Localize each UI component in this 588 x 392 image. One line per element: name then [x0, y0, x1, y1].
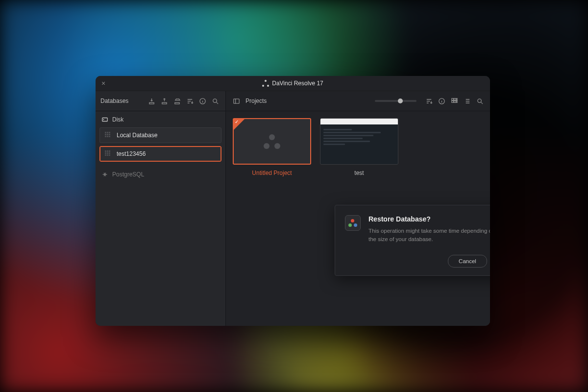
network-icon — [101, 171, 108, 178]
project-thumbnail — [233, 118, 311, 165]
disk-label: Disk — [112, 116, 123, 123]
project-card-untitled[interactable]: Untitled Project — [233, 118, 311, 176]
db-backup-icon[interactable] — [159, 96, 170, 106]
db-connect-icon[interactable] — [146, 96, 157, 106]
app-logo-icon — [262, 80, 269, 87]
thumbnail-zoom-slider[interactable] — [375, 100, 416, 102]
svg-rect-10 — [454, 100, 456, 102]
list-view-icon[interactable] — [462, 96, 472, 106]
dialog-message: This operation might take some time depe… — [368, 227, 490, 244]
project-name-label: test — [320, 170, 398, 176]
window-title: DaVinci Resolve 17 — [262, 80, 323, 87]
project-card-test[interactable]: test — [320, 118, 398, 176]
sort-icon[interactable] — [423, 96, 434, 106]
close-window-button[interactable]: × — [101, 79, 105, 87]
svg-rect-6 — [451, 98, 453, 100]
svg-rect-8 — [456, 98, 457, 100]
window-titlebar: × DaVinci Resolve 17 — [96, 76, 490, 91]
disk-icon — [101, 116, 108, 123]
disk-section-header: Disk — [96, 111, 225, 126]
svg-rect-7 — [454, 98, 456, 100]
projects-toolbar: Projects — [226, 91, 490, 111]
svg-point-12 — [477, 98, 481, 102]
db-restore-icon[interactable] — [172, 96, 182, 106]
placeholder-logo-icon — [264, 134, 280, 149]
projects-panel: Projects Untitled Project — [226, 91, 490, 326]
projects-header-label: Projects — [245, 98, 267, 104]
svg-point-1 — [213, 98, 217, 102]
drag-handle-icon — [105, 132, 112, 139]
app-icon — [345, 215, 361, 231]
checkmark-badge-icon — [234, 119, 245, 130]
info-icon[interactable] — [197, 96, 208, 106]
database-item-label: Local Database — [117, 132, 157, 139]
databases-sidebar: Databases Disk Local Database test123456 — [96, 91, 226, 326]
dialog-title: Restore Database? — [368, 215, 490, 223]
info-icon[interactable] — [436, 96, 447, 106]
search-icon[interactable] — [210, 96, 220, 106]
projects-grid: Untitled Project test — [226, 111, 490, 183]
postgresql-label: PostgreSQL — [112, 171, 144, 178]
svg-point-3 — [103, 120, 104, 120]
svg-rect-4 — [233, 98, 239, 103]
grid-view-icon[interactable] — [449, 96, 460, 106]
cancel-button[interactable]: Cancel — [448, 255, 487, 268]
project-manager-window: × DaVinci Resolve 17 Databases Disk — [96, 76, 490, 326]
database-item-test123456[interactable]: test123456 — [99, 146, 221, 162]
databases-header-label: Databases — [100, 98, 144, 104]
toggle-sidebar-icon[interactable] — [231, 96, 242, 106]
svg-rect-9 — [451, 100, 453, 102]
databases-toolbar: Databases — [96, 91, 225, 111]
database-item-label: test123456 — [117, 150, 146, 157]
database-item-local[interactable]: Local Database — [99, 127, 221, 143]
project-thumbnail — [320, 118, 398, 165]
sort-icon[interactable] — [184, 96, 195, 106]
drag-handle-icon — [105, 150, 112, 157]
svg-rect-11 — [456, 100, 457, 102]
postgresql-section-header[interactable]: PostgreSQL — [96, 163, 225, 181]
restore-database-dialog: Restore Database? This operation might t… — [335, 205, 490, 276]
search-icon[interactable] — [474, 96, 485, 106]
project-name-label: Untitled Project — [233, 170, 311, 176]
app-title-label: DaVinci Resolve 17 — [272, 80, 323, 87]
